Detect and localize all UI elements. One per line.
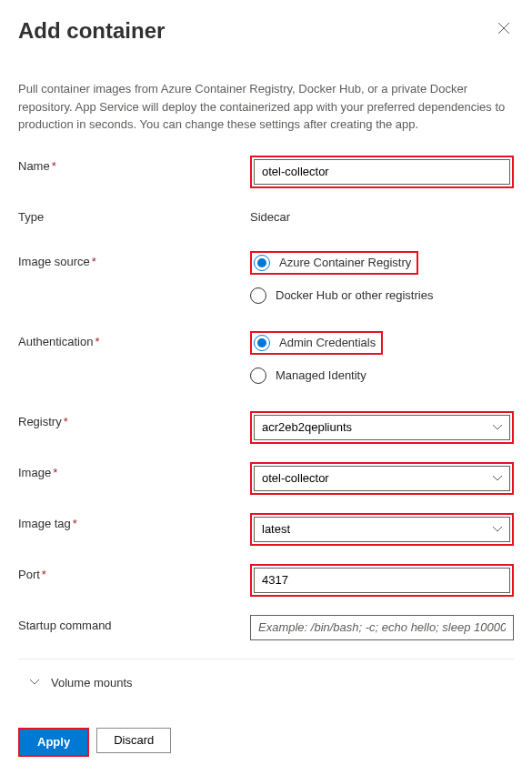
image-tag-select[interactable] xyxy=(254,517,510,542)
authentication-label: Authentication* xyxy=(18,331,250,348)
field-image-tag: Image tag* xyxy=(18,513,514,546)
radio-docker[interactable]: Docker Hub or other registries xyxy=(250,287,514,304)
discard-button[interactable]: Discard xyxy=(96,728,171,753)
type-value: Sidecar xyxy=(250,206,514,224)
image-label: Image* xyxy=(18,462,250,479)
field-image: Image* xyxy=(18,462,514,495)
registry-label: Registry* xyxy=(18,411,250,428)
close-icon xyxy=(497,22,510,35)
port-label: Port* xyxy=(18,564,250,581)
field-startup-command: Startup command xyxy=(18,615,514,640)
radio-admin[interactable]: Admin Credentials xyxy=(254,335,376,351)
type-label: Type xyxy=(18,206,250,224)
image-tag-label: Image tag* xyxy=(18,513,250,530)
volume-mounts-label: Volume mounts xyxy=(51,676,133,689)
radio-acr[interactable]: Azure Container Registry xyxy=(254,255,411,271)
field-name: Name* xyxy=(18,156,514,188)
image-select[interactable] xyxy=(254,466,510,491)
close-button[interactable] xyxy=(494,18,514,41)
page-title: Add container xyxy=(18,18,165,44)
startup-input[interactable] xyxy=(250,615,514,640)
radio-acr-label: Azure Container Registry xyxy=(279,256,411,269)
registry-select[interactable] xyxy=(254,415,510,440)
radio-admin-label: Admin Credentials xyxy=(279,336,376,349)
radio-managed-label: Managed Identity xyxy=(276,368,366,382)
radio-managed[interactable]: Managed Identity xyxy=(250,367,514,384)
radio-icon xyxy=(250,287,266,304)
image-source-label: Image source* xyxy=(18,251,250,268)
startup-label: Startup command xyxy=(18,615,250,632)
divider xyxy=(18,659,514,659)
footer: Apply Discard xyxy=(18,728,514,757)
chevron-down-icon xyxy=(29,679,40,686)
radio-icon xyxy=(250,367,266,384)
name-label: Name* xyxy=(18,156,250,173)
field-port: Port* xyxy=(18,564,514,597)
apply-button[interactable]: Apply xyxy=(20,730,87,755)
panel-description: Pull container images from Azure Contain… xyxy=(18,80,514,134)
port-input[interactable] xyxy=(254,568,510,593)
radio-icon xyxy=(254,335,270,351)
radio-icon xyxy=(254,255,270,271)
field-registry: Registry* xyxy=(18,411,514,444)
field-authentication: Authentication* Admin Credentials Manage… xyxy=(18,331,514,384)
volume-mounts-accordion[interactable]: Volume mounts xyxy=(18,672,514,693)
panel-header: Add container xyxy=(18,18,514,44)
field-image-source: Image source* Azure Container Registry D… xyxy=(18,251,514,304)
field-type: Type Sidecar xyxy=(18,206,514,224)
name-input[interactable] xyxy=(254,159,510,185)
radio-docker-label: Docker Hub or other registries xyxy=(276,288,433,302)
